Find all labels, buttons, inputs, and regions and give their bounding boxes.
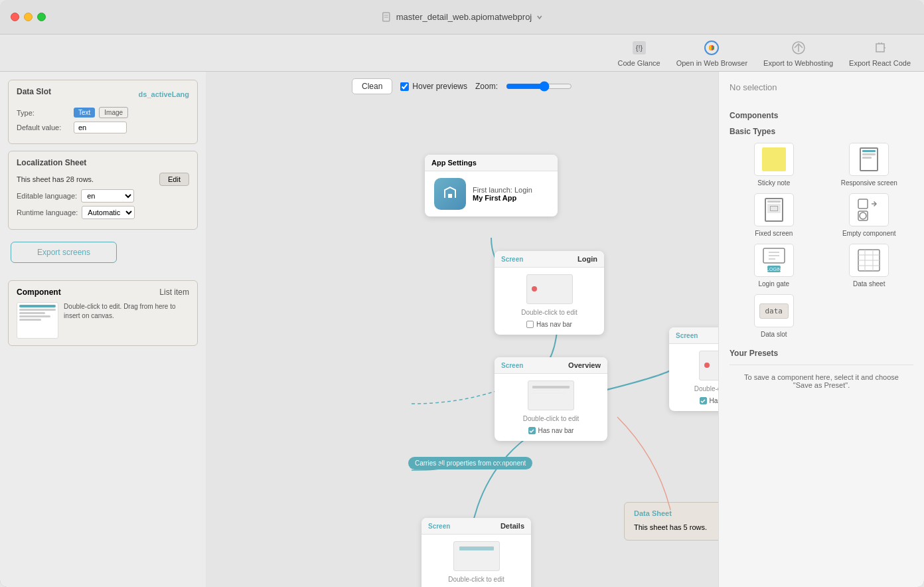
details-screen-node[interactable]: Screen Details Double-click to edit [422,518,531,587]
overview-nav-label: Has nav bar [538,427,574,434]
data-slot-card[interactable]: data Data slot [730,294,818,338]
login-name: Login [578,255,597,263]
svg-text:LOGIN: LOGIN [767,267,781,272]
svg-rect-14 [532,386,570,388]
login-type: Screen [501,256,523,263]
hover-previews-checkbox-area[interactable]: Hover previews [400,82,467,91]
right-panel: No selection Components Basic Types Stic… [718,72,924,587]
login-gate-card[interactable]: LOGIN Login gate [730,244,818,288]
login-screen-node[interactable]: Screen Login Double-click to edit Has na… [495,251,604,335]
data-sheet-body: This sheet has 5 rows. Edit [634,521,718,533]
localization-panel: Localization Sheet This sheet has 28 row… [8,151,198,230]
new-entry-header: Screen New Entry [669,327,718,344]
login-body: Double-click to edit Has nav bar [495,268,604,335]
login-nav-checkbox[interactable] [526,321,534,328]
data-sheet-card[interactable]: Data sheet [825,244,914,288]
chevron-down-icon[interactable] [536,14,542,21]
new-entry-body: Double-click to edit Has nav bar [669,344,718,411]
export-webhosting-label: Export to Webhosting [763,59,833,67]
type-image-badge[interactable]: Image [99,107,128,118]
login-gate-icon: LOGIN [762,247,786,274]
new-entry-screen-preview [699,351,718,380]
empty-component-card[interactable]: Empty component [825,193,914,237]
login-nav-label: Has nav bar [536,321,572,328]
type-label: Type: [17,109,70,117]
app-name-text: My First App [473,194,532,202]
new-entry-nav-label: Has nav bar [710,397,718,404]
overview-name: Overview [568,361,601,369]
main-window: master_detail_web.apiomatwebproj {!} Cod… [0,0,924,587]
code-glance-label: Code Glance [617,59,660,67]
export-screens-button[interactable]: Export screens [11,236,198,263]
export-screens-btn[interactable]: Export screens [11,242,117,263]
editable-lang-select[interactable]: en [81,189,134,203]
sticky-note-icon-box [754,143,794,176]
overview-type: Screen [501,362,523,369]
open-web-browser-button[interactable]: Open in Web Browser [676,39,747,67]
hover-previews-label: Hover previews [412,82,467,91]
code-glance-button[interactable]: {!} Code Glance [617,39,660,67]
export-react-button[interactable]: Export React Code [849,39,911,67]
titlebar: master_detail_web.apiomatwebproj [0,0,924,35]
overview-double-click: Double-click to edit [523,414,579,423]
app-settings-header: App Settings [425,155,558,171]
overview-screen-node[interactable]: Screen Overview Double-click to e [495,357,607,441]
components-title: Components [730,111,913,120]
browser-label: Open in Web Browser [676,59,747,67]
hover-previews-checkbox[interactable] [400,82,409,91]
fixed-screen-label: Fixed screen [755,230,793,237]
svg-rect-19 [858,199,868,209]
login-preview [526,274,573,304]
main-area: Data Slot ds_activeLang Type: Text Image… [0,72,924,587]
login-screen-preview [526,274,573,304]
browser-icon [702,39,721,57]
left-panels: Data Slot ds_activeLang Type: Text Image… [0,72,206,587]
details-type: Screen [428,523,450,530]
canvas[interactable]: Clean Hover previews Zoom: [206,72,718,587]
zoom-label: Zoom: [475,82,498,91]
data-sheet-icon [857,248,881,272]
default-value-input[interactable] [74,122,127,133]
export-webhosting-button[interactable]: Export to Webhosting [763,39,833,67]
details-double-click: Double-click to edit [448,575,504,584]
export-react-label: Export React Code [849,59,911,67]
app-settings-node[interactable]: App Settings First launch: Login My Firs… [425,155,558,216]
empty-component-icon [857,198,881,222]
svg-text:{!}: {!} [635,44,643,52]
new-entry-red-dot [704,363,710,368]
list-item-label: List item [159,288,189,297]
app-icon [434,178,466,210]
data-sheet-rows: This sheet has 5 rows. [634,523,707,531]
fixed-screen-card[interactable]: Fixed screen [730,193,818,237]
minimize-button[interactable] [24,13,33,21]
maximize-button[interactable] [37,13,46,21]
type-text-badge[interactable]: Text [74,108,95,118]
editable-lang-label: Editable language: [17,192,77,200]
svg-rect-16 [532,392,566,394]
overview-nav-checkbox[interactable] [528,427,536,434]
responsive-screen-icon-box [849,143,889,176]
login-nav-bar[interactable]: Has nav bar [526,321,572,328]
new-entry-nav-bar[interactable]: Has nav bar [700,397,718,404]
sticky-note-card[interactable]: Sticky note [730,143,818,187]
data-sheet-type: Data Sheet [634,509,672,517]
clean-button[interactable]: Clean [352,78,392,94]
localization-edit-button[interactable]: Edit [159,173,189,186]
responsive-screen-card[interactable]: Responsive screen [825,143,914,187]
data-sheet-node[interactable]: Data Sheet List data This sheet has 5 ro… [624,502,718,541]
basic-types-grid: Sticky note Responsive screen [730,143,913,338]
data-slot-icon: data [759,303,789,319]
login-header: Screen Login [495,251,604,268]
new-entry-nav-checkbox[interactable] [700,397,707,404]
localization-title: Localization Sheet [17,158,189,167]
zoom-slider[interactable] [506,81,572,92]
export-webhosting-icon [789,39,808,57]
overview-nav-bar[interactable]: Has nav bar [528,427,574,434]
overview-body: Double-click to edit Has nav bar [495,374,607,441]
app-settings-title: App Settings [431,159,477,167]
runtime-lang-select[interactable]: Automatic [82,206,135,219]
new-entry-screen-node[interactable]: Screen New Entry Double-click to edit [669,327,718,411]
export-react-icon [871,39,889,57]
overview-screen-preview [528,380,574,410]
close-button[interactable] [11,13,19,21]
